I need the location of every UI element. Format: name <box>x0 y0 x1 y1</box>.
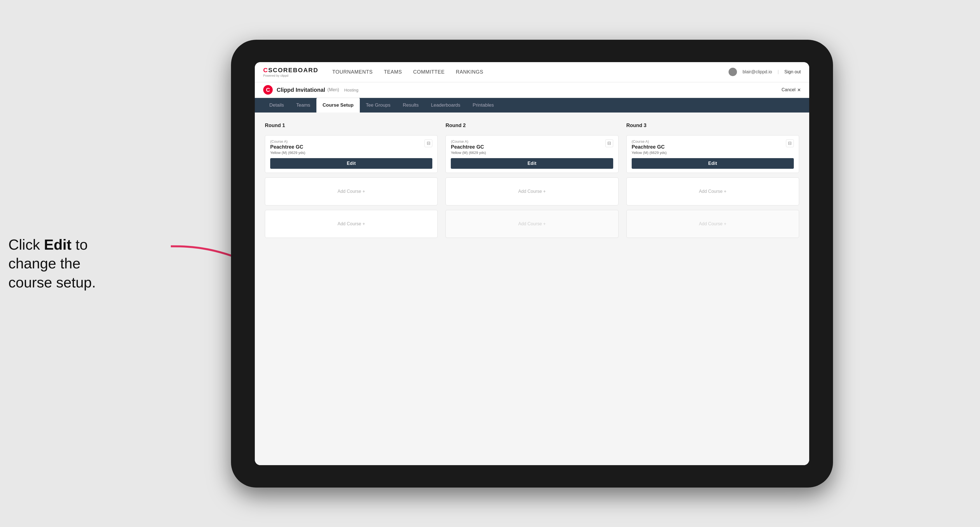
round-2-add-course-1-text: Add Course + <box>518 189 546 194</box>
instruction-text: Click Edit tochange thecourse setup. <box>8 235 154 292</box>
user-email: blair@clippd.io <box>743 70 772 75</box>
tournament-title: Clippd Invitational <box>277 87 325 93</box>
round-2-edit-button[interactable]: Edit <box>451 158 613 169</box>
round-3-course-label: (Course A) <box>632 140 786 144</box>
round-2-course-header: (Course A) Peachtree GC Yellow (M) (6629… <box>446 135 618 156</box>
round-3-course-name: Peachtree GC <box>632 144 786 150</box>
sign-out-link[interactable]: Sign out <box>784 70 801 75</box>
main-content: Round 1 (Course A) Peachtree GC Yellow (… <box>255 113 809 465</box>
tab-printables[interactable]: Printables <box>466 98 500 113</box>
round-1-course-details: Yellow (M) (6629 yds) <box>270 151 425 155</box>
round-1-edit-button[interactable]: Edit <box>270 158 432 169</box>
round-3-add-course-1-text: Add Course + <box>699 189 726 194</box>
nav-teams[interactable]: TEAMS <box>384 68 402 76</box>
round-2-add-course-1[interactable]: Add Course + <box>445 178 618 205</box>
round-2-course-card: (Course A) Peachtree GC Yellow (M) (6629… <box>445 135 618 173</box>
round-3-edit-button[interactable]: Edit <box>632 158 794 169</box>
round-3-title: Round 3 <box>626 122 799 129</box>
tab-tee-groups[interactable]: Tee Groups <box>360 98 397 113</box>
round-3-course-card: (Course A) Peachtree GC Yellow (M) (6629… <box>626 135 799 173</box>
round-3-course-details: Yellow (M) (6629 yds) <box>632 151 786 155</box>
round-2-course-info: (Course A) Peachtree GC Yellow (M) (6629… <box>451 140 605 155</box>
tab-details[interactable]: Details <box>263 98 290 113</box>
round-2-course-details: Yellow (M) (6629 yds) <box>451 151 605 155</box>
round-3-add-course-1[interactable]: Add Course + <box>626 178 799 205</box>
round-1-add-course-2-text: Add Course + <box>338 221 365 226</box>
round-1-course-header: (Course A) Peachtree GC Yellow (M) (6629… <box>265 135 438 156</box>
tab-teams[interactable]: Teams <box>290 98 317 113</box>
round-2-title: Round 2 <box>445 122 618 129</box>
round-3-column: Round 3 (Course A) Peachtree GC Yellow (… <box>626 122 799 238</box>
logo-c-letter: C <box>263 67 268 74</box>
round-1-course-label: (Course A) <box>270 140 425 144</box>
tablet-screen: CSCOREBOARD Powered by clippd TOURNAMENT… <box>255 62 809 465</box>
round-1-add-course-1[interactable]: Add Course + <box>265 178 438 205</box>
tab-course-setup[interactable]: Course Setup <box>317 98 360 113</box>
nav-divider: | <box>778 70 779 75</box>
tournament-status: Hosting <box>344 87 358 92</box>
round-3-course-info: (Course A) Peachtree GC Yellow (M) (6629… <box>632 140 786 155</box>
cancel-icon: ✕ <box>797 87 801 93</box>
rounds-container: Round 1 (Course A) Peachtree GC Yellow (… <box>265 122 799 238</box>
cancel-button[interactable]: Cancel ✕ <box>781 87 801 93</box>
tournament-logo: C <box>263 85 273 95</box>
round-2-course-label: (Course A) <box>451 140 605 144</box>
tournament-gender: (Men) <box>327 87 339 92</box>
nav-links: TOURNAMENTS TEAMS COMMITTEE RANKINGS <box>332 68 729 76</box>
nav-committee[interactable]: COMMITTEE <box>413 68 445 76</box>
tournament-bar: C Clippd Invitational (Men) Hosting Canc… <box>255 82 809 98</box>
round-3-delete-button[interactable]: ⊟ <box>786 140 794 147</box>
bold-edit: Edit <box>44 236 72 252</box>
round-3-course-header: (Course A) Peachtree GC Yellow (M) (6629… <box>627 135 799 156</box>
round-1-delete-button[interactable]: ⊟ <box>425 140 432 147</box>
round-1-course-info: (Course A) Peachtree GC Yellow (M) (6629… <box>270 140 425 155</box>
round-3-add-course-2: Add Course + <box>626 210 799 238</box>
nav-rankings[interactable]: RANKINGS <box>456 68 483 76</box>
app-logo: CSCOREBOARD <box>263 67 318 74</box>
user-avatar <box>729 68 737 76</box>
nav-tournaments[interactable]: TOURNAMENTS <box>332 68 373 76</box>
tab-leaderboards[interactable]: Leaderboards <box>425 98 466 113</box>
round-1-title: Round 1 <box>265 122 438 129</box>
round-2-column: Round 2 (Course A) Peachtree GC Yellow (… <box>445 122 618 238</box>
tablet-device: CSCOREBOARD Powered by clippd TOURNAMENT… <box>231 40 833 487</box>
round-1-course-name: Peachtree GC <box>270 144 425 150</box>
round-3-add-course-2-text: Add Course + <box>699 221 726 226</box>
round-2-delete-button[interactable]: ⊟ <box>605 140 613 147</box>
round-1-add-course-1-text: Add Course + <box>338 189 365 194</box>
round-2-course-name: Peachtree GC <box>451 144 605 150</box>
tab-results[interactable]: Results <box>396 98 425 113</box>
tabs-bar: Details Teams Course Setup Tee Groups Re… <box>255 98 809 113</box>
nav-right: blair@clippd.io | Sign out <box>729 68 801 76</box>
logo-area: CSCOREBOARD Powered by clippd <box>263 67 318 77</box>
logo-subtitle: Powered by clippd <box>263 74 318 77</box>
round-1-column: Round 1 (Course A) Peachtree GC Yellow (… <box>265 122 438 238</box>
round-1-add-course-2[interactable]: Add Course + <box>265 210 438 238</box>
round-2-add-course-2: Add Course + <box>445 210 618 238</box>
round-2-add-course-2-text: Add Course + <box>518 221 546 226</box>
top-navigation: CSCOREBOARD Powered by clippd TOURNAMENT… <box>255 62 809 82</box>
round-1-course-card: (Course A) Peachtree GC Yellow (M) (6629… <box>265 135 438 173</box>
